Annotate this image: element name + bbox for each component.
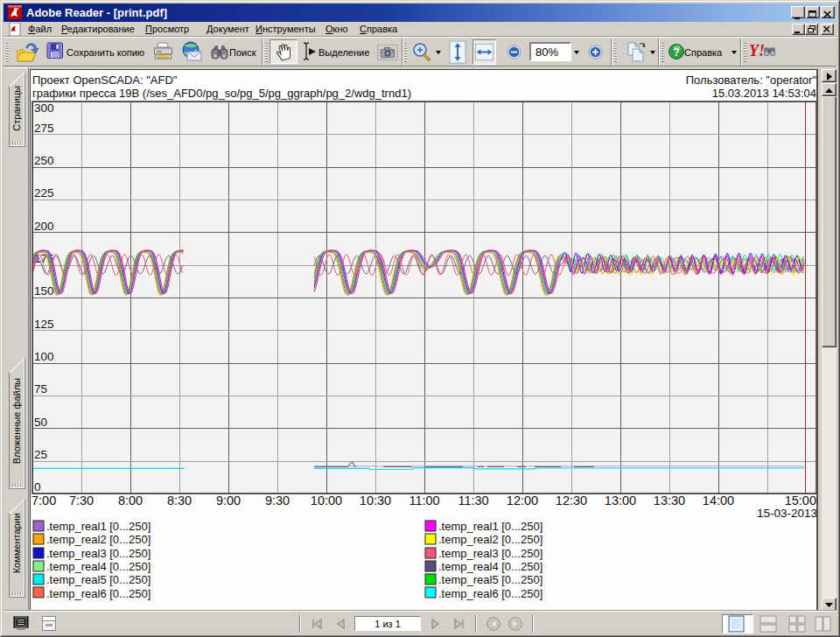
svg-text:15:00: 15:00	[785, 494, 816, 508]
svg-text:15-03-2013: 15-03-2013	[757, 507, 817, 520]
svg-text:?: ?	[673, 46, 679, 59]
svg-text:50: 50	[34, 416, 47, 429]
svg-text:.temp_real6 [0...250]: .temp_real6 [0...250]	[438, 587, 542, 600]
svg-text:Проект OpenSCADA: "AFD": Проект OpenSCADA: "AFD"	[32, 74, 178, 87]
svg-text:.temp_real5 [0...250]: .temp_real5 [0...250]	[46, 573, 150, 586]
svg-text:10:00: 10:00	[311, 494, 342, 508]
svg-text:10:30: 10:30	[360, 494, 391, 508]
svg-text:300: 300	[34, 102, 54, 115]
svg-text:.temp_real3 [0...250]: .temp_real3 [0...250]	[438, 547, 542, 560]
svg-text:225: 225	[34, 186, 54, 200]
svg-text:7:00: 7:00	[32, 494, 56, 508]
svg-text:13:30: 13:30	[654, 494, 685, 508]
svg-text:11:30: 11:30	[458, 494, 488, 508]
svg-text:.temp_real4 [0...250]: .temp_real4 [0...250]	[46, 560, 150, 573]
svg-text:25: 25	[34, 448, 47, 461]
svg-text:200: 200	[34, 220, 54, 233]
svg-text:.temp_real4 [0...250]: .temp_real4 [0...250]	[438, 560, 542, 573]
svg-text:9:30: 9:30	[265, 494, 290, 508]
svg-text:9:00: 9:00	[216, 494, 241, 508]
svg-text:.temp_real1 [0...250]: .temp_real1 [0...250]	[438, 520, 542, 533]
svg-text:7:30: 7:30	[69, 494, 94, 508]
svg-text:275: 275	[34, 122, 54, 135]
svg-text:.temp_real5 [0...250]: .temp_real5 [0...250]	[438, 573, 542, 586]
svg-text:13:00: 13:00	[605, 494, 636, 508]
svg-text:14:00: 14:00	[703, 494, 734, 508]
svg-text:.temp_real1 [0...250]: .temp_real1 [0...250]	[46, 520, 150, 533]
svg-text:Пользователь: "operator": Пользователь: "operator"	[686, 74, 817, 87]
svg-text:8:00: 8:00	[118, 494, 143, 508]
svg-text:15.03.2013 14:53:04: 15.03.2013 14:53:04	[712, 87, 816, 100]
svg-text:12:30: 12:30	[556, 494, 587, 508]
svg-text:75: 75	[34, 382, 47, 396]
svg-text:графики пресса 19В (/ses_AFD0/: графики пресса 19В (/ses_AFD0/pg_so/pg_5…	[32, 87, 411, 100]
svg-text:8:30: 8:30	[167, 494, 192, 508]
svg-text:250: 250	[34, 154, 54, 167]
svg-text:150: 150	[34, 284, 54, 298]
svg-text:.temp_real2 [0...250]: .temp_real2 [0...250]	[438, 533, 542, 546]
svg-text:11:00: 11:00	[409, 494, 439, 508]
svg-text:.temp_real6 [0...250]: .temp_real6 [0...250]	[46, 587, 150, 600]
svg-text:100: 100	[34, 350, 54, 363]
svg-text:125: 125	[34, 318, 54, 331]
svg-text:12:00: 12:00	[507, 494, 538, 508]
svg-text:0: 0	[34, 480, 41, 494]
svg-text:.temp_real3 [0...250]: .temp_real3 [0...250]	[46, 547, 150, 560]
svg-text:Y!: Y!	[750, 43, 765, 60]
svg-text:.temp_real2 [0...250]: .temp_real2 [0...250]	[46, 533, 150, 546]
